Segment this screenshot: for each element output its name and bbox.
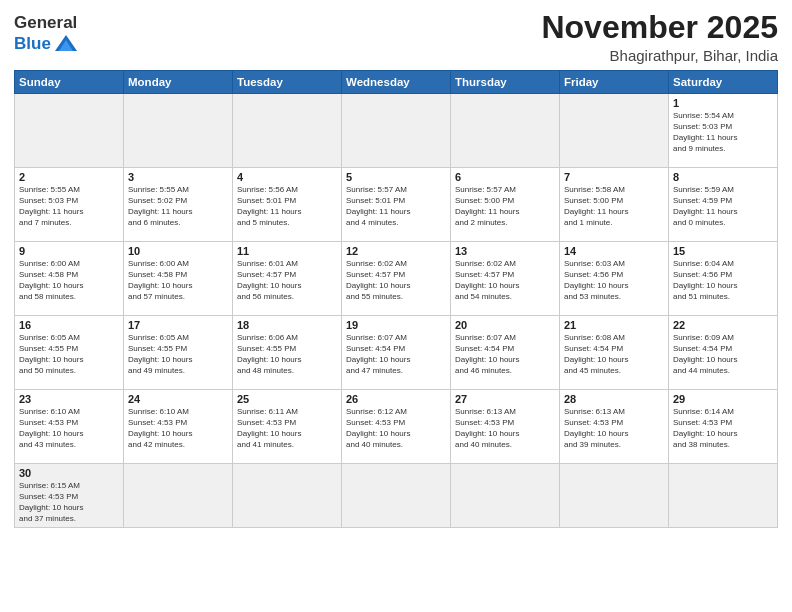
day-number: 11 [237,245,337,257]
calendar-cell: 9Sunrise: 6:00 AM Sunset: 4:58 PM Daylig… [15,242,124,316]
day-number: 28 [564,393,664,405]
day-info: Sunrise: 5:56 AM Sunset: 5:01 PM Dayligh… [237,185,337,228]
day-number: 3 [128,171,228,183]
location-title: Bhagirathpur, Bihar, India [541,47,778,64]
calendar-cell: 24Sunrise: 6:10 AM Sunset: 4:53 PM Dayli… [124,390,233,464]
day-info: Sunrise: 6:10 AM Sunset: 4:53 PM Dayligh… [19,407,119,450]
day-info: Sunrise: 6:11 AM Sunset: 4:53 PM Dayligh… [237,407,337,450]
day-info: Sunrise: 6:02 AM Sunset: 4:57 PM Dayligh… [455,259,555,302]
calendar-cell: 16Sunrise: 6:05 AM Sunset: 4:55 PM Dayli… [15,316,124,390]
day-info: Sunrise: 6:15 AM Sunset: 4:53 PM Dayligh… [19,481,119,524]
calendar-cell [560,94,669,168]
day-number: 12 [346,245,446,257]
calendar-cell: 4Sunrise: 5:56 AM Sunset: 5:01 PM Daylig… [233,168,342,242]
day-number: 22 [673,319,773,331]
day-info: Sunrise: 5:55 AM Sunset: 5:03 PM Dayligh… [19,185,119,228]
day-of-week-header: Tuesday [233,71,342,94]
day-info: Sunrise: 6:06 AM Sunset: 4:55 PM Dayligh… [237,333,337,376]
day-info: Sunrise: 5:55 AM Sunset: 5:02 PM Dayligh… [128,185,228,228]
day-number: 13 [455,245,555,257]
day-number: 6 [455,171,555,183]
calendar-cell: 3Sunrise: 5:55 AM Sunset: 5:02 PM Daylig… [124,168,233,242]
day-info: Sunrise: 6:13 AM Sunset: 4:53 PM Dayligh… [564,407,664,450]
calendar-cell: 30Sunrise: 6:15 AM Sunset: 4:53 PM Dayli… [15,464,124,528]
calendar-cell: 29Sunrise: 6:14 AM Sunset: 4:53 PM Dayli… [669,390,778,464]
day-number: 15 [673,245,773,257]
day-info: Sunrise: 6:14 AM Sunset: 4:53 PM Dayligh… [673,407,773,450]
day-number: 4 [237,171,337,183]
day-info: Sunrise: 5:58 AM Sunset: 5:00 PM Dayligh… [564,185,664,228]
calendar-cell: 11Sunrise: 6:01 AM Sunset: 4:57 PM Dayli… [233,242,342,316]
day-number: 19 [346,319,446,331]
calendar-cell: 6Sunrise: 5:57 AM Sunset: 5:00 PM Daylig… [451,168,560,242]
day-info: Sunrise: 6:00 AM Sunset: 4:58 PM Dayligh… [128,259,228,302]
calendar-cell: 13Sunrise: 6:02 AM Sunset: 4:57 PM Dayli… [451,242,560,316]
calendar-cell [342,94,451,168]
logo-icon [53,33,79,55]
day-info: Sunrise: 5:54 AM Sunset: 5:03 PM Dayligh… [673,111,773,154]
calendar-cell [233,464,342,528]
day-number: 30 [19,467,119,479]
calendar-cell: 23Sunrise: 6:10 AM Sunset: 4:53 PM Dayli… [15,390,124,464]
month-title: November 2025 [541,10,778,45]
day-number: 27 [455,393,555,405]
day-of-week-header: Thursday [451,71,560,94]
day-number: 24 [128,393,228,405]
calendar-cell: 1Sunrise: 5:54 AM Sunset: 5:03 PM Daylig… [669,94,778,168]
calendar-cell: 27Sunrise: 6:13 AM Sunset: 4:53 PM Dayli… [451,390,560,464]
day-number: 7 [564,171,664,183]
day-number: 20 [455,319,555,331]
day-number: 2 [19,171,119,183]
logo-area: General Blue [14,10,79,55]
calendar-cell: 28Sunrise: 6:13 AM Sunset: 4:53 PM Dayli… [560,390,669,464]
calendar-cell [124,464,233,528]
calendar-cell: 10Sunrise: 6:00 AM Sunset: 4:58 PM Dayli… [124,242,233,316]
calendar-cell: 21Sunrise: 6:08 AM Sunset: 4:54 PM Dayli… [560,316,669,390]
calendar-cell: 8Sunrise: 5:59 AM Sunset: 4:59 PM Daylig… [669,168,778,242]
day-info: Sunrise: 6:01 AM Sunset: 4:57 PM Dayligh… [237,259,337,302]
day-info: Sunrise: 5:57 AM Sunset: 5:00 PM Dayligh… [455,185,555,228]
day-info: Sunrise: 6:08 AM Sunset: 4:54 PM Dayligh… [564,333,664,376]
day-info: Sunrise: 6:02 AM Sunset: 4:57 PM Dayligh… [346,259,446,302]
day-number: 26 [346,393,446,405]
day-info: Sunrise: 6:07 AM Sunset: 4:54 PM Dayligh… [455,333,555,376]
logo-general: General [14,13,77,32]
calendar: SundayMondayTuesdayWednesdayThursdayFrid… [14,70,778,528]
day-of-week-header: Wednesday [342,71,451,94]
day-number: 10 [128,245,228,257]
day-info: Sunrise: 6:07 AM Sunset: 4:54 PM Dayligh… [346,333,446,376]
calendar-cell: 15Sunrise: 6:04 AM Sunset: 4:56 PM Dayli… [669,242,778,316]
day-info: Sunrise: 5:57 AM Sunset: 5:01 PM Dayligh… [346,185,446,228]
calendar-cell [451,94,560,168]
calendar-cell: 2Sunrise: 5:55 AM Sunset: 5:03 PM Daylig… [15,168,124,242]
calendar-cell: 25Sunrise: 6:11 AM Sunset: 4:53 PM Dayli… [233,390,342,464]
day-info: Sunrise: 6:12 AM Sunset: 4:53 PM Dayligh… [346,407,446,450]
calendar-cell [669,464,778,528]
calendar-cell: 5Sunrise: 5:57 AM Sunset: 5:01 PM Daylig… [342,168,451,242]
day-of-week-header: Monday [124,71,233,94]
day-number: 17 [128,319,228,331]
day-number: 29 [673,393,773,405]
calendar-cell: 17Sunrise: 6:05 AM Sunset: 4:55 PM Dayli… [124,316,233,390]
calendar-cell: 22Sunrise: 6:09 AM Sunset: 4:54 PM Dayli… [669,316,778,390]
calendar-cell: 12Sunrise: 6:02 AM Sunset: 4:57 PM Dayli… [342,242,451,316]
day-info: Sunrise: 6:09 AM Sunset: 4:54 PM Dayligh… [673,333,773,376]
day-number: 14 [564,245,664,257]
day-info: Sunrise: 6:13 AM Sunset: 4:53 PM Dayligh… [455,407,555,450]
title-area: November 2025 Bhagirathpur, Bihar, India [541,10,778,64]
day-info: Sunrise: 6:03 AM Sunset: 4:56 PM Dayligh… [564,259,664,302]
calendar-cell: 20Sunrise: 6:07 AM Sunset: 4:54 PM Dayli… [451,316,560,390]
day-number: 16 [19,319,119,331]
day-number: 5 [346,171,446,183]
day-info: Sunrise: 5:59 AM Sunset: 4:59 PM Dayligh… [673,185,773,228]
day-number: 23 [19,393,119,405]
calendar-cell: 19Sunrise: 6:07 AM Sunset: 4:54 PM Dayli… [342,316,451,390]
day-number: 8 [673,171,773,183]
calendar-cell [124,94,233,168]
day-number: 25 [237,393,337,405]
logo-blue: Blue [14,34,51,54]
day-info: Sunrise: 6:05 AM Sunset: 4:55 PM Dayligh… [128,333,228,376]
day-info: Sunrise: 6:04 AM Sunset: 4:56 PM Dayligh… [673,259,773,302]
calendar-cell: 26Sunrise: 6:12 AM Sunset: 4:53 PM Dayli… [342,390,451,464]
header: General Blue November 2025 Bhagirathpur,… [14,10,778,64]
